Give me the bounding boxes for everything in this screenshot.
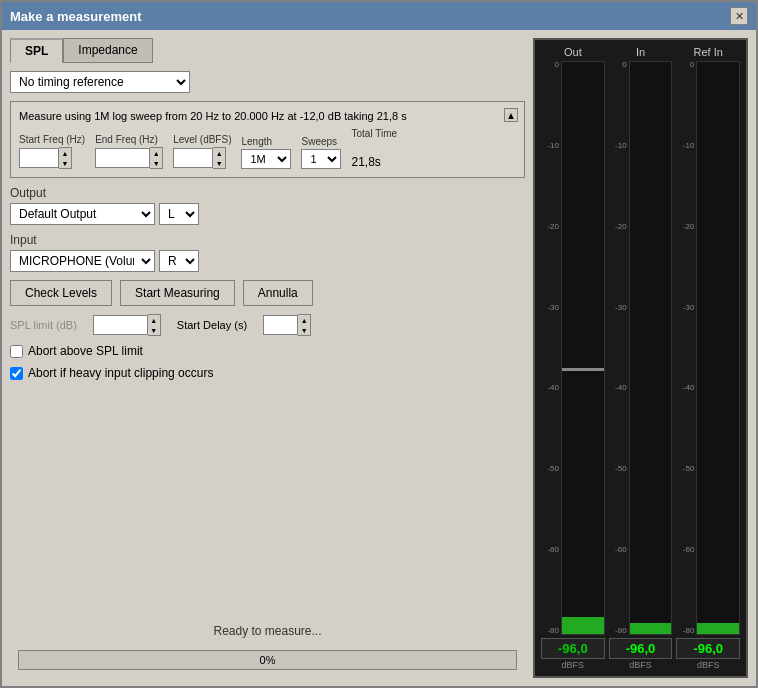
left-panel: SPL Impedance No timing reference Measur… — [10, 38, 525, 678]
in-scale: 0 -10 -20 -30 -40 -50 -60 -80 — [609, 61, 627, 635]
abort-spl-label[interactable]: Abort above SPL limit — [28, 344, 143, 358]
spl-limit-input: 100 ▲ ▼ — [93, 314, 161, 336]
tabs-container: SPL Impedance — [10, 38, 525, 63]
params-row: Start Freq (Hz) 20 ▲ ▼ End Freq (Hz) — [19, 128, 516, 169]
input-device-select[interactable]: MICROPHONE (Volume ... — [10, 250, 155, 272]
sweeps-select[interactable]: 1 — [301, 149, 341, 169]
length-select-wrapper: 1M — [241, 149, 291, 169]
level-field[interactable]: -12,0 — [173, 148, 213, 168]
end-freq-field[interactable]: 20.000 — [95, 148, 150, 168]
out-meter-indicator — [562, 368, 604, 371]
spl-limit-down[interactable]: ▼ — [148, 325, 160, 335]
tab-impedance[interactable]: Impedance — [63, 38, 152, 63]
level-input: -12,0 ▲ ▼ — [173, 147, 231, 169]
start-freq-group: Start Freq (Hz) 20 ▲ ▼ — [19, 134, 85, 169]
tab-spl[interactable]: SPL — [10, 38, 63, 63]
main-window: Make a measurement ✕ SPL Impedance No ti… — [0, 0, 758, 688]
abort-spl-checkbox[interactable] — [10, 345, 23, 358]
ref-in-scale: 0 -10 -20 -30 -40 -50 -60 -80 — [676, 61, 694, 635]
ref-in-bar-bg — [696, 61, 740, 635]
ref-in-meter: Ref In 0 -10 -20 -30 -40 -50 -60 -80 — [676, 46, 740, 670]
end-freq-up[interactable]: ▲ — [150, 148, 162, 158]
level-down[interactable]: ▼ — [213, 158, 225, 168]
ref-in-meter-fill — [697, 623, 739, 634]
meters-panel: Out 0 -10 -20 -30 -40 -50 -60 -80 — [533, 38, 748, 678]
collapse-button[interactable]: ▲ — [504, 108, 518, 122]
sweeps-select-wrapper: 1 — [301, 149, 341, 169]
start-delay-up[interactable]: ▲ — [298, 315, 310, 325]
total-time-group: Total Time 21,8s — [351, 128, 397, 169]
timing-reference-select[interactable]: No timing reference — [10, 71, 190, 93]
start-freq-input: 20 ▲ ▼ — [19, 147, 85, 169]
output-channel-select[interactable]: L R — [159, 203, 199, 225]
total-time-label: Total Time — [351, 128, 397, 139]
input-section: Input MICROPHONE (Volume ... L R — [10, 233, 525, 272]
start-freq-field[interactable]: 20 — [19, 148, 59, 168]
out-scale: 0 -10 -20 -30 -40 -50 -60 -80 — [541, 61, 559, 635]
level-up[interactable]: ▲ — [213, 148, 225, 158]
total-time-value: 21,8s — [351, 141, 397, 169]
spacer — [10, 388, 525, 612]
spl-limit-label: SPL limit (dB) — [10, 319, 77, 331]
output-device-select[interactable]: Default Output — [10, 203, 155, 225]
progress-bar: 0% — [18, 650, 517, 670]
spl-limit-up[interactable]: ▲ — [148, 315, 160, 325]
spl-limit-field[interactable]: 100 — [93, 315, 148, 335]
ref-in-meter-label: Ref In — [694, 46, 723, 58]
out-bar-bg — [561, 61, 605, 635]
title-bar: Make a measurement ✕ — [2, 2, 756, 30]
close-button[interactable]: ✕ — [730, 7, 748, 25]
output-label: Output — [10, 186, 525, 200]
length-select[interactable]: 1M — [241, 149, 291, 169]
start-delay-label: Start Delay (s) — [177, 319, 247, 331]
status-text: Ready to measure... — [10, 620, 525, 642]
end-freq-down[interactable]: ▼ — [150, 158, 162, 168]
abort-clipping-row: Abort if heavy input clipping occurs — [10, 366, 525, 380]
length-group: Length 1M — [241, 136, 291, 169]
start-delay-field[interactable]: 0 — [263, 315, 298, 335]
input-channel-select[interactable]: L R — [159, 250, 199, 272]
start-freq-down[interactable]: ▼ — [59, 158, 71, 168]
out-meter-readout: -96,0 — [541, 638, 605, 659]
main-content: SPL Impedance No timing reference Measur… — [2, 30, 756, 686]
annulla-button[interactable]: Annulla — [243, 280, 313, 306]
ref-in-meter-bar: 0 -10 -20 -30 -40 -50 -60 -80 — [676, 61, 740, 635]
end-freq-group: End Freq (Hz) 20.000 ▲ ▼ — [95, 134, 163, 169]
abort-clipping-label[interactable]: Abort if heavy input clipping occurs — [28, 366, 213, 380]
start-delay-down[interactable]: ▼ — [298, 325, 310, 335]
abort-clipping-checkbox[interactable] — [10, 367, 23, 380]
input-row: MICROPHONE (Volume ... L R — [10, 250, 525, 272]
sweeps-group: Sweeps 1 — [301, 136, 341, 169]
level-label: Level (dBFS) — [173, 134, 231, 145]
output-row: Default Output L R — [10, 203, 525, 225]
input-label: Input — [10, 233, 525, 247]
ref-in-meter-readout: -96,0 — [676, 638, 740, 659]
in-meter: In 0 -10 -20 -30 -40 -50 -60 -80 — [609, 46, 673, 670]
meters-container: Out 0 -10 -20 -30 -40 -50 -60 -80 — [541, 46, 740, 670]
measure-box-description: Measure using 1M log sweep from 20 Hz to… — [19, 110, 516, 122]
check-levels-button[interactable]: Check Levels — [10, 280, 112, 306]
start-freq-label: Start Freq (Hz) — [19, 134, 85, 145]
out-meter-bar: 0 -10 -20 -30 -40 -50 -60 -80 — [541, 61, 605, 635]
level-group: Level (dBFS) -12,0 ▲ ▼ — [173, 134, 231, 169]
in-meter-unit: dBFS — [629, 660, 652, 670]
start-delay-input: 0 ▲ ▼ — [263, 314, 311, 336]
progress-bar-text: 0% — [19, 651, 516, 669]
out-meter-fill — [562, 617, 604, 634]
end-freq-input: 20.000 ▲ ▼ — [95, 147, 163, 169]
start-freq-up[interactable]: ▲ — [59, 148, 71, 158]
in-meter-fill — [630, 623, 672, 634]
window-title: Make a measurement — [10, 9, 142, 24]
spl-delay-row: SPL limit (dB) 100 ▲ ▼ Start Delay (s) 0… — [10, 314, 525, 336]
action-buttons: Check Levels Start Measuring Annulla — [10, 280, 525, 306]
sweeps-label: Sweeps — [301, 136, 341, 147]
end-freq-label: End Freq (Hz) — [95, 134, 163, 145]
ref-in-meter-unit: dBFS — [697, 660, 720, 670]
out-meter: Out 0 -10 -20 -30 -40 -50 -60 -80 — [541, 46, 605, 670]
start-measuring-button[interactable]: Start Measuring — [120, 280, 235, 306]
in-meter-readout: -96,0 — [609, 638, 673, 659]
output-section: Output Default Output L R — [10, 186, 525, 225]
in-meter-label: In — [636, 46, 645, 58]
abort-spl-row: Abort above SPL limit — [10, 344, 525, 358]
out-meter-label: Out — [564, 46, 582, 58]
